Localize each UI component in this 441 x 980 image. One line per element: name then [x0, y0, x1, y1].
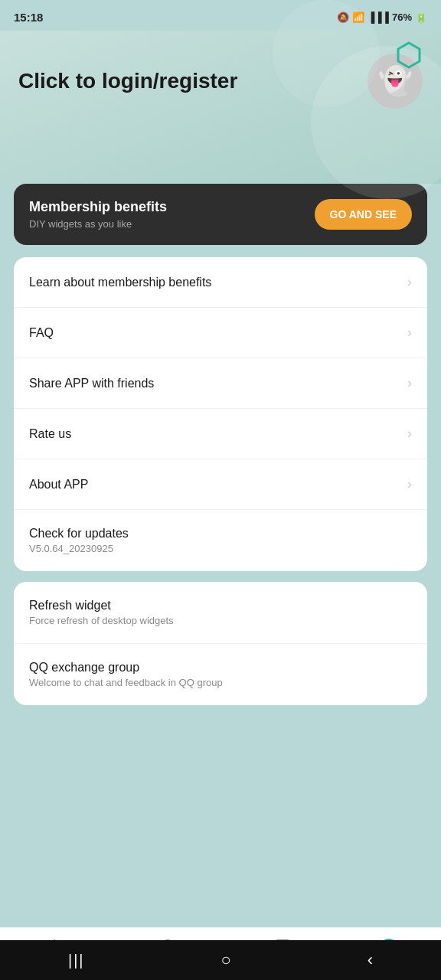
menu-item-check-updates[interactable]: Check for updates V5.0.64_20230925 — [14, 510, 427, 571]
menu-item-left: Rate us — [29, 427, 71, 441]
status-time: 15:18 — [14, 11, 43, 24]
go-and-see-button[interactable]: GO AND SEE — [315, 199, 412, 230]
svg-marker-0 — [398, 43, 420, 67]
menu-item-faq[interactable]: FAQ › — [14, 308, 427, 358]
menu-section-1: Learn about membership benefits › FAQ › … — [14, 257, 427, 571]
chevron-icon: › — [407, 325, 412, 341]
menu-item-label: Refresh widget — [29, 599, 174, 612]
menu-item-sub: Force refresh of desktop widgets — [29, 615, 174, 626]
chevron-icon: › — [407, 426, 412, 442]
menu-item-label: Share APP with friends — [29, 377, 154, 390]
menu-item-label: QQ exchange group — [29, 661, 223, 675]
menu-item-left: Refresh widget Force refresh of desktop … — [29, 599, 174, 626]
battery-icon: 🔋 — [415, 11, 427, 23]
menu-item-rate[interactable]: Rate us › — [14, 409, 427, 459]
settings-button[interactable] — [392, 38, 426, 72]
menu-item-label: Learn about membership benefits — [29, 276, 211, 289]
battery-text: 76% — [392, 11, 412, 23]
membership-title: Membership benefits — [29, 199, 167, 215]
login-section[interactable]: Click to login/register 👻 — [18, 54, 423, 109]
menu-section-2: Refresh widget Force refresh of desktop … — [14, 582, 427, 705]
chevron-icon: › — [407, 375, 412, 391]
menu-item-membership-benefits[interactable]: Learn about membership benefits › — [14, 257, 427, 308]
header-area: Click to login/register 👻 — [0, 31, 441, 184]
menu-item-label: Check for updates — [29, 527, 129, 541]
membership-subtitle: DIY widgets as you like — [29, 218, 167, 230]
mute-icon: 🔕 — [337, 11, 349, 23]
menu-item-sub: Welcome to chat and feedback in QQ group — [29, 677, 223, 688]
menu-item-refresh-widget[interactable]: Refresh widget Force refresh of desktop … — [14, 582, 427, 644]
signal-icon: ▐▐▐ — [368, 11, 389, 23]
menu-item-left: Share APP with friends — [29, 377, 154, 390]
menu-item-left: Learn about membership benefits — [29, 276, 211, 289]
menu-item-share[interactable]: Share APP with friends › — [14, 358, 427, 409]
menu-item-label: Rate us — [29, 427, 71, 441]
menu-item-left: About APP — [29, 478, 88, 492]
system-recent-button[interactable]: ||| — [68, 952, 85, 969]
menu-item-version: V5.0.64_20230925 — [29, 543, 129, 554]
wifi-icon: 📶 — [352, 11, 364, 23]
system-nav-bar: ||| ○ ‹ — [0, 940, 441, 980]
membership-card: Membership benefits DIY widgets as you l… — [14, 184, 427, 245]
membership-text: Membership benefits DIY widgets as you l… — [29, 199, 167, 230]
menu-item-left: QQ exchange group Welcome to chat and fe… — [29, 661, 223, 688]
chevron-icon: › — [407, 274, 412, 290]
login-register-text: Click to login/register — [18, 68, 237, 94]
status-bar: 15:18 🔕 📶 ▐▐▐ 76% 🔋 — [0, 0, 441, 31]
menu-item-label: About APP — [29, 478, 88, 492]
status-icons: 🔕 📶 ▐▐▐ 76% 🔋 — [337, 11, 427, 23]
menu-item-about-app[interactable]: About APP › — [14, 459, 427, 510]
chevron-icon: › — [407, 476, 412, 492]
hexagon-icon — [394, 40, 424, 70]
system-home-button[interactable]: ○ — [220, 950, 230, 970]
system-back-button[interactable]: ‹ — [368, 950, 373, 970]
menu-item-label: FAQ — [29, 326, 54, 340]
menu-item-left: FAQ — [29, 326, 54, 340]
menu-item-qq-group[interactable]: QQ exchange group Welcome to chat and fe… — [14, 644, 427, 705]
menu-item-left: Check for updates V5.0.64_20230925 — [29, 527, 129, 554]
